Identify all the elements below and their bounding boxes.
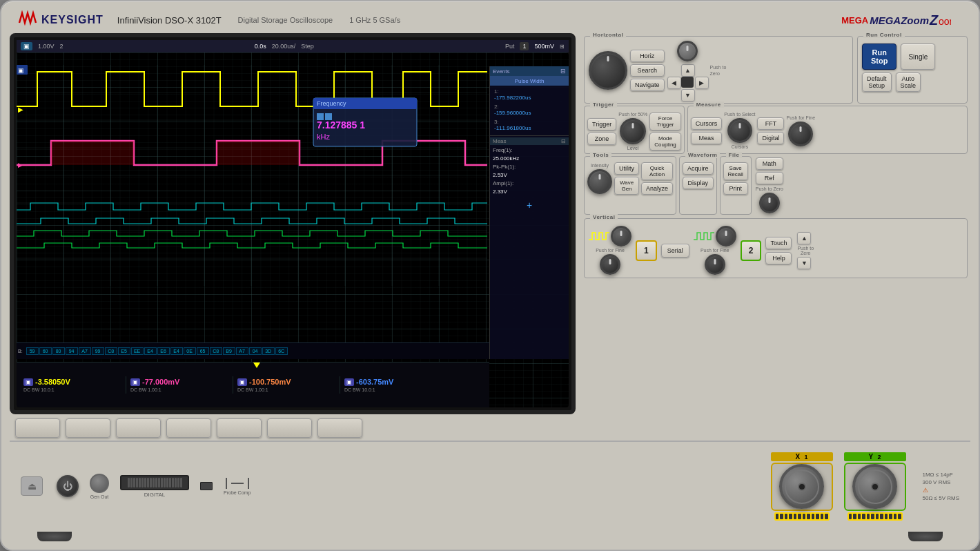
main-content-area: ▣ 1.00V 2 0.0s 20.00us/ Step Put 1 500mV… (10, 33, 970, 438)
display-button[interactable]: Display (683, 177, 714, 189)
zoom-knob[interactable] (677, 41, 698, 61)
pkpk-label: Pk-Pk(1): (493, 164, 516, 170)
vert-down-button[interactable]: ▼ (797, 257, 811, 269)
softkey-4[interactable] (166, 418, 211, 438)
ch4-coupling: DC BW 10.0:1 (344, 387, 375, 392)
search-button[interactable]: Search (630, 64, 665, 77)
math-button[interactable]: Math (756, 157, 783, 170)
horizontal-scale-knob[interactable] (589, 51, 627, 90)
ch1-coupling-info: DC BW 10.0:1 (23, 387, 121, 392)
gen-out-connector[interactable] (90, 474, 109, 493)
fine-knob[interactable] (788, 122, 813, 146)
probe-comp-col: Probe Comp (224, 478, 251, 495)
horiz-button[interactable]: Horiz (630, 50, 665, 62)
connector-pin (776, 514, 779, 519)
help-button[interactable]: Help (765, 252, 792, 264)
ch2-scale-knob[interactable] (716, 226, 736, 246)
zoom-knob-2[interactable] (759, 193, 780, 213)
softkey-7[interactable] (317, 418, 362, 438)
auto-scale-button[interactable]: Auto Scale (896, 72, 921, 92)
ch1-bnc-connector[interactable] (779, 464, 824, 509)
nav-down-button[interactable]: ▼ (681, 89, 695, 102)
softkey-6[interactable] (267, 418, 312, 438)
power-button[interactable]: ⏻ (57, 475, 79, 497)
nav-right-button[interactable]: ▶ (695, 77, 709, 89)
add-measurement-button[interactable]: + (490, 197, 569, 213)
intensity-knob[interactable] (587, 169, 612, 194)
zone-button[interactable]: Zone (587, 133, 616, 145)
freq-value-display: 25.000kHz (493, 155, 519, 162)
push-select-label: Push to Select (724, 112, 755, 117)
meas-button[interactable]: Meas (691, 132, 723, 144)
vert-up-button[interactable]: ▲ (797, 232, 811, 244)
nav-center-stop[interactable] (681, 77, 694, 88)
run-stop-button[interactable]: Run Stop (862, 44, 896, 70)
softkey-1[interactable] (15, 418, 60, 438)
default-setup-button[interactable]: Default Setup (862, 72, 892, 92)
softkey-2[interactable] (66, 418, 110, 438)
connector-pin (789, 514, 792, 519)
ch1-pos-knob[interactable] (600, 254, 620, 275)
softkey-3[interactable] (116, 418, 161, 438)
bus-segment: EE (131, 347, 144, 355)
utility-button[interactable]: Utility (614, 162, 639, 175)
usb-back-col: ⏏ (21, 476, 43, 496)
wave-gen-button[interactable]: WaveGen (614, 177, 639, 195)
bus-segment: 80 (52, 347, 65, 355)
zoom-icon: Z oom (929, 12, 951, 28)
serial-button[interactable]: Serial (661, 244, 689, 258)
ch1-button[interactable]: 1 (636, 240, 657, 261)
ch2-button[interactable]: 2 (741, 240, 762, 261)
ch1-connector-pins (774, 512, 830, 521)
push-to-zero-label: Push to (710, 65, 727, 70)
touch-button[interactable]: Touch (765, 237, 792, 249)
ch2-pos-knob[interactable] (705, 254, 725, 275)
bus-segment: 3D (262, 347, 275, 355)
ch4-voltage-display: -603.75mV (356, 378, 393, 386)
svg-text:▶: ▶ (18, 162, 23, 168)
connector-pin (885, 514, 888, 519)
rubber-feet-row (10, 532, 970, 541)
probe-pin-3 (248, 478, 249, 489)
measure-select-knob[interactable] (727, 118, 752, 143)
events-header: Events ⊟ (490, 66, 569, 76)
ch2-status-indicator: ▣ (130, 378, 140, 386)
eject-button[interactable]: ⏏ (21, 476, 43, 496)
usb-port[interactable] (200, 482, 213, 490)
freq-reading: Freq(1): (491, 146, 567, 154)
ch2-status-top: ▣ -77.000mV (130, 378, 228, 386)
ref-button[interactable]: Ref (756, 172, 783, 184)
gen-out-label: Gen Out (90, 494, 108, 499)
acquire-button[interactable]: Acquire (683, 162, 714, 175)
digital-button[interactable]: Digital (757, 132, 784, 144)
nav-left-button[interactable]: ◀ (667, 77, 681, 89)
print-button[interactable]: Print (723, 182, 748, 195)
fft-button[interactable]: FFT (757, 117, 784, 130)
analyze-button[interactable]: Analyze (641, 182, 673, 195)
trigger-button[interactable]: Trigger (587, 118, 616, 130)
single-button[interactable]: Single (901, 44, 935, 70)
push-zero-label-v: Push to Zero (756, 186, 783, 191)
cursors-label-small: Cursors (732, 144, 749, 149)
ch2-bnc-connector[interactable] (852, 464, 897, 509)
touch-help-col: Touch Help (765, 237, 792, 264)
softkey-5[interactable] (217, 418, 262, 438)
settings-icon: ⊟ (560, 68, 566, 75)
nav-up-button[interactable]: ▲ (681, 64, 695, 77)
ch1-bnc-box (771, 463, 833, 511)
digital-connector[interactable] (120, 475, 189, 490)
svg-text:kHz: kHz (317, 133, 330, 141)
horizontal-label: Horizontal (590, 32, 626, 38)
ch1-x-label: X (795, 453, 800, 461)
quick-action-button[interactable]: QuickAction (641, 162, 673, 180)
navigate-button[interactable]: Navigate (630, 79, 665, 91)
force-trigger-button[interactable]: ForceTrigger (649, 113, 681, 130)
ch1-scale-knob[interactable] (611, 226, 631, 246)
cursors-button[interactable]: Cursors (691, 117, 723, 130)
mode-coupling-button[interactable]: ModeCoupling (649, 133, 681, 151)
ch1-num-badge: 1 (805, 454, 808, 461)
ch1-indicator: ▣ (21, 42, 32, 50)
save-recall-button[interactable]: SaveRecall (723, 162, 748, 180)
trigger-level-knob[interactable] (620, 118, 646, 144)
meas-mini-header: Meas ⊟ (490, 137, 569, 145)
